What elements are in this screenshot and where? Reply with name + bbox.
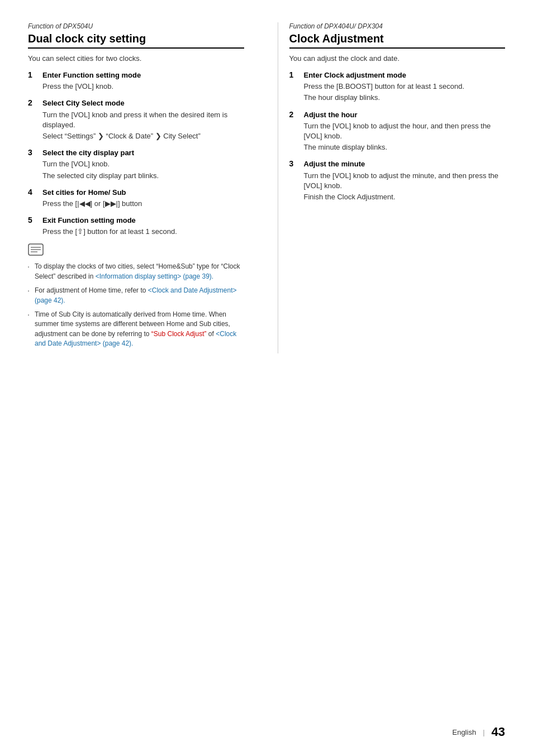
left-step-5-content: Exit Function setting mode Press the [⇧]…	[42, 216, 244, 237]
left-step-2-number: 2	[28, 98, 38, 107]
left-step-3: 3 Select the city display part Turn the …	[28, 148, 244, 181]
left-step-5-number: 5	[28, 216, 38, 224]
left-column: Function of DPX504U Dual clock city sett…	[28, 22, 255, 353]
left-function-label: Function of DPX504U	[28, 22, 244, 30]
bullet-link-2[interactable]: <Clock and Date Adjustment> (page 42).	[35, 286, 237, 304]
left-step-3-note: The selected city display part blinks.	[42, 171, 244, 181]
right-step-3: 3 Adjust the minute Turn the [VOL] knob …	[289, 159, 506, 202]
right-step-3-number: 3	[289, 159, 299, 168]
bullet-item-1: • To display the clocks of two cities, s…	[28, 262, 244, 281]
left-step-1-body: Press the [VOL] knob.	[42, 82, 244, 92]
left-step-2-content: Select City Select mode Turn the [VOL] k…	[42, 98, 244, 141]
footer-language: English	[452, 728, 476, 736]
bullet-text-3: Time of Sub City is automatically derive…	[35, 310, 244, 349]
right-step-3-content: Adjust the minute Turn the [VOL] knob to…	[304, 159, 506, 202]
bullet-text-1: To display the clocks of two cities, sel…	[35, 262, 244, 281]
left-step-5-body: Press the [⇧] button for at least 1 seco…	[42, 227, 244, 237]
bullet-link-3a[interactable]: “Sub Clock Adjust”	[151, 330, 207, 338]
left-step-2-extra: Select “Settings” ❯ “Clock & Date” ❯ Cit…	[42, 131, 244, 141]
bullet-link-1[interactable]: <Information display setting> (page 39).	[96, 272, 213, 280]
left-step-4-content: Set cities for Home/ Sub Press the [|◀◀]…	[42, 188, 244, 209]
note-icon	[28, 243, 244, 259]
left-step-3-number: 3	[28, 148, 38, 157]
right-column: Function of DPX404U/ DPX304 Clock Adjust…	[278, 22, 506, 353]
left-step-2-body: Turn the [VOL] knob and press it when th…	[42, 110, 244, 130]
right-step-3-body: Turn the [VOL] knob to adjust the minute…	[304, 171, 506, 191]
two-column-layout: Function of DPX504U Dual clock city sett…	[28, 22, 505, 353]
right-step-1-number: 1	[289, 70, 299, 79]
right-step-3-heading: Adjust the minute	[304, 159, 506, 169]
right-step-1-note: The hour display blinks.	[304, 93, 506, 103]
bullet-link-3b[interactable]: <Clock and Date Adjustment> (page 42).	[35, 330, 236, 347]
footer-page-number: 43	[492, 725, 505, 739]
right-step-2-note: The minute display blinks.	[304, 142, 506, 152]
page-container: Function of DPX504U Dual clock city sett…	[0, 0, 533, 756]
right-intro: You can adjust the clock and date.	[289, 54, 506, 63]
left-step-5: 5 Exit Function setting mode Press the […	[28, 216, 244, 237]
right-step-1-content: Enter Clock adjustment mode Press the [B…	[304, 70, 506, 103]
footer-divider: |	[483, 728, 484, 736]
left-step-3-heading: Select the city display part	[42, 148, 244, 158]
left-step-2-heading: Select City Select mode	[42, 98, 244, 108]
left-section-title: Dual clock city setting	[28, 32, 244, 49]
left-step-3-content: Select the city display part Turn the [V…	[42, 148, 244, 181]
bullet-list: • To display the clocks of two cities, s…	[28, 262, 244, 348]
left-step-1: 1 Enter Function setting mode Press the …	[28, 70, 244, 92]
right-step-1-heading: Enter Clock adjustment mode	[304, 70, 506, 80]
bullet-dot-2: •	[28, 289, 31, 294]
left-step-5-heading: Exit Function setting mode	[42, 216, 244, 226]
left-step-1-content: Enter Function setting mode Press the [V…	[42, 70, 244, 92]
bullet-item-2: • For adjustment of Home time, refer to …	[28, 286, 244, 305]
left-step-2: 2 Select City Select mode Turn the [VOL]…	[28, 98, 244, 141]
left-intro: You can select cities for two clocks.	[28, 54, 244, 63]
right-step-1: 1 Enter Clock adjustment mode Press the …	[289, 70, 506, 103]
right-steps-list: 1 Enter Clock adjustment mode Press the …	[289, 70, 506, 202]
footer: English | 43	[452, 725, 505, 739]
right-step-2-number: 2	[289, 110, 299, 119]
left-step-4: 4 Set cities for Home/ Sub Press the [|◀…	[28, 188, 244, 209]
bullet-dot-1: •	[28, 265, 31, 270]
left-step-3-body: Turn the [VOL] knob.	[42, 159, 244, 169]
left-steps-list: 1 Enter Function setting mode Press the …	[28, 70, 244, 237]
left-step-1-heading: Enter Function setting mode	[42, 70, 244, 80]
right-step-2: 2 Adjust the hour Turn the [VOL] knob to…	[289, 110, 506, 153]
left-step-4-body: Press the [|◀◀] or [▶▶|] button	[42, 199, 244, 209]
right-step-2-heading: Adjust the hour	[304, 110, 506, 120]
left-step-1-number: 1	[28, 70, 38, 79]
bullet-text-2: For adjustment of Home time, refer to <C…	[35, 286, 244, 305]
left-step-4-number: 4	[28, 188, 38, 197]
right-section-title: Clock Adjustment	[289, 32, 506, 49]
right-function-label: Function of DPX404U/ DPX304	[289, 22, 506, 30]
bullet-dot-3: •	[28, 313, 31, 318]
right-step-1-body: Press the [B.BOOST] button for at least …	[304, 82, 506, 92]
left-step-4-heading: Set cities for Home/ Sub	[42, 188, 244, 198]
bullet-item-3: • Time of Sub City is automatically deri…	[28, 310, 244, 349]
right-step-2-content: Adjust the hour Turn the [VOL] knob to a…	[304, 110, 506, 153]
right-step-2-body: Turn the [VOL] knob to adjust the hour, …	[304, 121, 506, 141]
right-step-3-note: Finish the Clock Adjustment.	[304, 192, 506, 202]
